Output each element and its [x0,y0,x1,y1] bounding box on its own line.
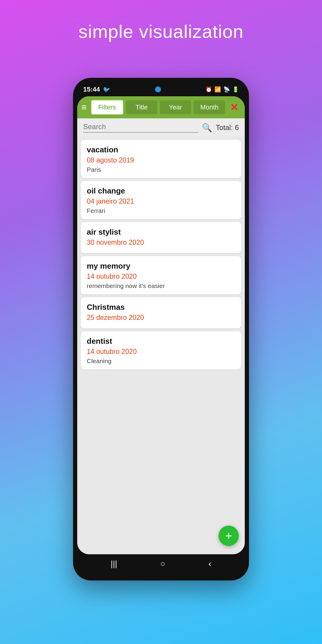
item-date: 08 agosto 2019 [87,156,235,164]
item-title: my memory [87,261,235,271]
search-bar: 🔍 Total: 6 [77,118,245,137]
filters-button[interactable]: Filters [91,100,124,115]
item-subtitle: Ferrari [87,207,235,214]
item-title: air stylist [87,227,235,237]
list-item[interactable]: dentist14 outubro 2020Cleaning [81,331,241,369]
item-subtitle: remembering now it's easier [87,282,235,290]
home-button[interactable]: ○ [160,559,165,569]
signal-icon: 📡 [223,86,230,93]
alarm-icon: ⏰ [205,86,212,93]
search-input[interactable] [83,123,198,133]
list-item[interactable]: Christmas25 dezembro 2020 [81,297,241,328]
item-subtitle: Paris [87,166,235,173]
close-button[interactable]: ✕ [227,100,241,114]
item-date: 25 dezembro 2020 [87,314,235,322]
total-label: Total: 6 [216,123,239,132]
toolbar: ≡ Filters Title Year Month ✕ [77,96,245,118]
item-title: oil change [87,186,235,196]
month-button[interactable]: Month [193,100,225,114]
list-item[interactable]: oil change04 janeiro 2021Ferrari [81,181,241,219]
add-fab-button[interactable]: + [219,526,239,546]
list-item[interactable]: air stylist30 novembro 2020 [81,222,241,253]
twitter-icon: 🐦 [103,86,110,93]
bottom-nav: ||| ○ ‹ [77,554,245,572]
item-subtitle: Cleaning [87,357,235,365]
camera-dot [155,86,161,92]
item-title: Christmas [87,303,235,312]
menu-icon[interactable]: ≡ [81,102,87,112]
recent-apps-button[interactable]: ||| [111,559,117,569]
back-button[interactable]: ‹ [208,559,211,569]
item-date: 14 outubro 2020 [87,273,235,281]
list-area: vacation08 agosto 2019Parisoil change04 … [77,137,245,554]
page-title: simple visualization [78,21,244,42]
wifi-icon: 📶 [214,86,221,93]
phone-frame: 15:44 🐦 ⏰ 📶 📡 🔋 ≡ Filters Title Year Mon… [73,78,249,580]
item-date: 30 novembro 2020 [87,239,235,247]
list-item[interactable]: my memory14 outubro 2020remembering now … [81,256,241,294]
status-icons: ⏰ 📶 📡 🔋 [205,86,239,93]
item-date: 14 outubro 2020 [87,348,235,356]
search-icon-button[interactable]: 🔍 [202,123,212,133]
battery-icon: 🔋 [232,86,239,93]
status-time: 15:44 [83,86,100,93]
status-bar: 15:44 🐦 ⏰ 📶 📡 🔋 [77,83,245,96]
item-date: 04 janeiro 2021 [87,197,235,205]
title-button[interactable]: Title [126,100,157,114]
item-title: dentist [87,337,235,346]
phone-screen: ≡ Filters Title Year Month ✕ 🔍 Total: 6 … [77,96,245,554]
item-title: vacation [87,145,235,154]
list-item[interactable]: vacation08 agosto 2019Paris [81,140,241,178]
year-button[interactable]: Year [160,100,191,114]
